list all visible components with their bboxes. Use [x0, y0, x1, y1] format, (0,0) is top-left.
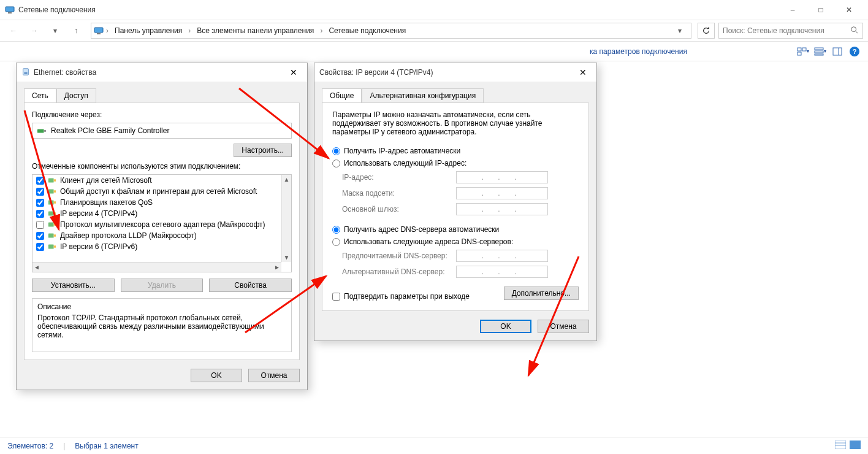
help-icon[interactable]: ? — [848, 45, 861, 58]
component-row[interactable]: Клиент для сетей Microsoft — [32, 175, 281, 186]
dns-auto-radio[interactable] — [332, 226, 340, 234]
address-bar[interactable]: › Панель управления › Все элементы панел… — [91, 23, 691, 39]
component-checkbox[interactable] — [36, 177, 44, 185]
pref-dns-field: . . . — [456, 250, 548, 262]
dialog-title: Свойства: IP версии 4 (TCP/IPv4) — [319, 68, 433, 77]
scroll-right-icon[interactable]: ► — [274, 264, 280, 271]
minimize-button[interactable]: – — [779, 0, 807, 20]
scroll-left-icon[interactable]: ◄ — [34, 264, 40, 271]
ok-button[interactable]: OK — [480, 320, 531, 333]
components-list[interactable]: Клиент для сетей MicrosoftОбщий доступ к… — [32, 174, 292, 272]
ok-button[interactable]: OK — [191, 369, 242, 382]
ip-manual-radio[interactable] — [332, 160, 340, 167]
svg-rect-12 — [833, 48, 842, 55]
component-row[interactable]: Драйвер протокола LLDP (Майкрософт) — [32, 230, 281, 241]
horizontal-scrollbar[interactable]: ◄ ► — [32, 262, 281, 272]
ip-auto-label: Получить IP-адрес автоматически — [344, 147, 460, 155]
close-icon[interactable]: ✕ — [285, 66, 302, 79]
ip-auto-radio[interactable] — [332, 147, 340, 155]
component-checkbox[interactable] — [36, 210, 44, 218]
svg-rect-31 — [54, 245, 56, 248]
tab-alt-config[interactable]: Альтернативная конфигурация — [362, 88, 484, 102]
component-checkbox[interactable] — [36, 232, 44, 240]
breadcrumb[interactable]: Панель управления — [111, 25, 186, 36]
component-checkbox[interactable] — [36, 188, 44, 196]
svg-rect-6 — [798, 48, 801, 51]
dns-manual-radio[interactable] — [332, 238, 340, 246]
nav-back-button[interactable]: ← — [5, 22, 22, 39]
svg-rect-30 — [48, 245, 54, 249]
close-button[interactable]: ✕ — [835, 0, 863, 20]
component-row[interactable]: Общий доступ к файлам и принтерам для се… — [32, 186, 281, 197]
configure-button[interactable]: Настроить... — [234, 144, 292, 157]
component-label: Протокол мультиплексора сетевого адаптер… — [60, 220, 265, 229]
component-row[interactable]: IP версии 4 (TCP/IPv4) — [32, 208, 281, 219]
svg-rect-11 — [815, 54, 823, 55]
explorer-navbar: ← → ▾ ↑ › Панель управления › Все элемен… — [0, 20, 868, 42]
scroll-up-icon[interactable]: ▲ — [284, 176, 290, 183]
tab-network[interactable]: Сеть — [24, 88, 56, 102]
validate-on-exit-checkbox[interactable] — [332, 293, 340, 301]
svg-rect-17 — [44, 130, 47, 132]
svg-rect-9 — [815, 48, 823, 50]
component-checkbox[interactable] — [36, 221, 44, 229]
svg-rect-0 — [6, 7, 14, 12]
component-icon — [48, 220, 56, 229]
subnet-mask-field: . . . — [456, 187, 548, 199]
properties-button[interactable]: Свойства — [209, 279, 292, 292]
svg-rect-20 — [48, 190, 54, 194]
install-button[interactable]: Установить... — [32, 279, 115, 292]
dialog-titlebar[interactable]: Ethernet: свойства ✕ — [17, 63, 307, 82]
maximize-button[interactable]: □ — [807, 0, 835, 20]
scroll-down-icon[interactable]: ▼ — [284, 254, 290, 261]
svg-rect-7 — [802, 48, 806, 51]
tab-access[interactable]: Доступ — [56, 88, 96, 102]
svg-rect-21 — [54, 190, 56, 193]
breadcrumb[interactable]: Сетевые подключения — [325, 25, 409, 36]
component-icon — [48, 231, 56, 240]
alt-dns-field: . . . — [456, 266, 548, 278]
organize-icon[interactable]: ▾ — [797, 45, 809, 58]
svg-rect-19 — [54, 179, 56, 182]
breadcrumb[interactable]: Все элементы панели управления — [193, 25, 318, 36]
tab-general[interactable]: Общие — [322, 88, 362, 102]
alt-dns-label: Альтернативный DNS-сервер: — [342, 267, 456, 276]
svg-rect-18 — [48, 179, 54, 183]
change-adapter-settings-link[interactable]: ка параметров подключения — [590, 47, 687, 56]
dialog-titlebar[interactable]: Свойства: IP версии 4 (TCP/IPv4) ✕ — [314, 63, 596, 82]
gateway-field: . . . — [456, 203, 548, 215]
close-icon[interactable]: ✕ — [574, 66, 592, 79]
svg-rect-1 — [8, 12, 12, 13]
connect-via-label: Подключение через: — [32, 110, 292, 119]
component-checkbox[interactable] — [36, 243, 44, 251]
svg-rect-8 — [798, 52, 801, 55]
component-row[interactable]: IP версии 6 (TCP/IPv6) — [32, 241, 281, 252]
vertical-scrollbar[interactable]: ▲ ▼ — [281, 175, 291, 262]
search-box[interactable]: Поиск: Сетевые подключения — [718, 23, 863, 39]
svg-rect-10 — [815, 51, 823, 53]
svg-rect-2 — [94, 28, 103, 33]
chevron-down-icon[interactable]: ▾ — [671, 22, 688, 39]
nav-up-button[interactable]: ↑ — [67, 22, 85, 39]
view-icon[interactable]: ▾ — [814, 45, 826, 58]
description-text: Протокол TCP/IP. Стандартный протокол гл… — [37, 314, 286, 339]
explorer-title: Сетевые подключения — [18, 6, 96, 14]
details-view-icon[interactable] — [835, 441, 846, 451]
large-icons-view-icon[interactable] — [850, 441, 861, 451]
preview-pane-icon[interactable] — [831, 45, 843, 58]
component-label: Планировщик пакетов QoS — [60, 198, 153, 207]
refresh-button[interactable] — [698, 23, 715, 39]
component-icon — [48, 176, 56, 185]
component-row[interactable]: Планировщик пакетов QoS — [32, 197, 281, 208]
component-row[interactable]: Протокол мультиплексора сетевого адаптер… — [32, 219, 281, 230]
cancel-button[interactable]: Отмена — [248, 369, 300, 382]
nav-forward-button[interactable]: → — [26, 22, 43, 39]
component-checkbox[interactable] — [36, 199, 44, 207]
component-label: Драйвер протокола LLDP (Майкрософт) — [60, 231, 197, 240]
pref-dns-label: Предпочитаемый DNS-сервер: — [342, 252, 456, 260]
cancel-button[interactable]: Отмена — [538, 320, 589, 333]
tab-bar: Общие Альтернативная конфигурация — [322, 88, 589, 102]
nav-history-dropdown[interactable]: ▾ — [47, 22, 64, 39]
components-label: Отмеченные компоненты используются этим … — [32, 162, 292, 171]
advanced-button[interactable]: Дополнительно... — [504, 287, 579, 300]
